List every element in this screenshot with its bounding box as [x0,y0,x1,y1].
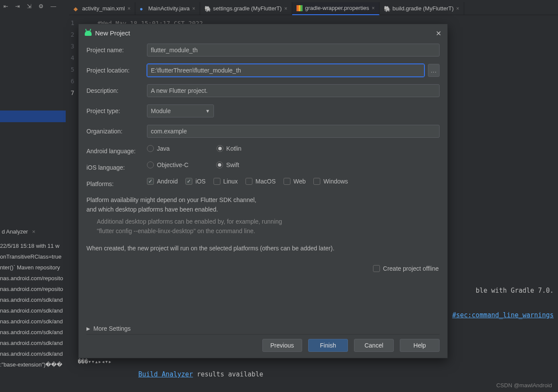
new-project-dialog: New Project ✕ Project name: Project loca… [78,24,448,358]
line-number: 4 [61,52,74,64]
gradle-icon: 🐘 [204,6,210,12]
warning-link[interactable]: #sec:command_line_warnings [452,311,554,319]
platform-linux-checkbox[interactable]: Linux [214,178,238,185]
platform-info: Platform availability might depend on yo… [86,195,440,214]
swift-radio[interactable]: Swift [216,161,239,168]
run-info: When created, the new project will run o… [86,243,440,253]
build-analyzer-panel: d Analyzer × 22/5/18 15:18 with 11 wonTr… [0,224,78,392]
line-number: 2 [61,29,74,41]
platform-web-checkbox[interactable]: Web [284,178,306,185]
gradle-icon: 🐘 [384,6,390,12]
finish-button[interactable]: Finish [308,339,348,352]
toolbar-icon[interactable]: ⇲ [27,3,32,9]
platform-windows-checkbox[interactable]: Windows [313,178,348,185]
log-line: nas.android.com/reposito [0,284,78,294]
kotlin-radio[interactable]: Kotlin [217,145,242,152]
tab-label: gradle-wrapper.properties [305,5,369,11]
log-line: nas.android.com/reposito [0,273,78,284]
java-radio[interactable]: Java [147,145,170,152]
tab-activity-main-xml[interactable]: ◆activity_main.xml× [69,2,135,15]
log-line: nas.android.com/sdk/and [0,327,78,338]
xml-icon: ◆ [73,6,80,12]
line-gutter: 1234567 [61,17,78,99]
organization-input[interactable] [147,125,440,138]
organization-label: Organization: [86,128,147,135]
project-name-input[interactable] [147,44,440,57]
project-type-label: Project type: [86,107,147,114]
tab-label: build.gradle (MyFlutterT) [392,5,454,12]
line-number: 1 [61,17,74,29]
previous-button[interactable]: Previous [262,339,302,352]
platform-ios-checkbox[interactable]: iOS [185,178,205,185]
separator [86,334,440,335]
editor-tabs: ◆activity_main.xml×●MainActivity.java×🐘s… [69,2,558,15]
chevron-down-icon: ▼ [205,108,210,114]
description-input[interactable] [147,84,440,97]
tab-label: settings.gradle (MyFlutterT) [213,5,282,12]
close-icon[interactable]: ✕ [436,29,441,38]
line-number: 6 [61,76,74,87]
close-icon[interactable]: × [372,5,375,11]
browse-button[interactable]: ... [428,64,440,77]
dialog-title: New Project [95,29,130,37]
project-name-label: Project name: [86,47,147,54]
help-button[interactable]: Help [400,339,440,352]
platform-macos-checkbox[interactable]: MacOS [246,178,276,185]
tab-label: MainActivity.java [148,5,190,12]
line-number: 7 [61,87,74,99]
tab-build-gradle-myfluttert-[interactable]: 🐘build.gradle (MyFlutterT)× [379,2,464,15]
log-line: nas.android.com/sdk/and [0,316,78,327]
log-line: nas.android.com/sdk/and [0,305,78,316]
platforms-label: Platforms: [86,180,147,187]
close-icon[interactable]: × [456,6,459,12]
log-line: 22/5/18 15:18 with 11 w [0,240,78,251]
log-line: nter()` Maven repository [0,262,78,273]
cancel-button[interactable]: Cancel [354,339,394,352]
tab-mainactivity-java[interactable]: ●MainActivity.java× [135,2,200,15]
panel-title: d Analyzer [2,228,28,235]
minimize-icon[interactable]: — [51,3,56,9]
description-label: Description: [86,87,147,94]
line-number: 5 [61,64,74,76]
project-location-label: Project location: [86,67,147,74]
close-icon[interactable]: × [192,6,195,12]
tab-gradle-wrapper-properties[interactable]: gradle-wrapper.properties× [292,2,379,15]
platform-android-checkbox[interactable]: Android [147,178,178,185]
android-language-label: Android language: [86,148,147,155]
offline-checkbox[interactable]: Create project offline [373,265,439,272]
select-value: Module [151,107,171,114]
project-type-select[interactable]: Module ▼ [147,104,214,117]
close-icon[interactable]: × [32,228,35,235]
glyph-row: ���▾▾▴▸◂▾▸ [78,358,112,365]
build-analyzer-link[interactable]: Build Analyzer [138,370,193,378]
log-line: :"base-extension")��� [0,359,78,370]
objc-radio[interactable]: Objective-C [147,161,188,168]
close-icon[interactable]: × [128,6,131,12]
output-text: results available [193,370,263,378]
toolbar-icon[interactable]: ⇤ [3,3,8,9]
log-line: nas.android.com/sdk/and [0,348,78,359]
expand-icon: ▶ [86,326,90,332]
close-icon[interactable]: × [284,6,287,12]
log-line: nas.android.com/sdk/and [0,294,78,305]
properties-icon [297,5,303,11]
project-location-input[interactable] [147,64,424,77]
line-number: 3 [61,41,74,52]
more-settings-toggle[interactable]: ▶ More Settings [86,325,131,332]
main-toolbar: ⇤ ⇥ ⇲ ⚙ — [0,0,56,12]
android-icon [85,31,92,36]
platform-info-extra: Additional desktop platforms can be enab… [97,217,440,236]
java-icon: ● [140,6,146,12]
highlighted-line [0,111,66,122]
ios-language-label: iOS language: [86,164,147,171]
watermark: CSDN @mawlAndroid [496,382,552,389]
toolbar-icon[interactable]: ⇥ [15,3,20,9]
log-line: onTransitiveRClass=true [0,251,78,262]
tab-settings-gradle-myfluttert-[interactable]: 🐘settings.gradle (MyFlutterT)× [200,2,292,15]
settings-icon[interactable]: ⚙ [38,3,44,9]
log-line: nas.android.com/sdk/and [0,338,78,348]
tab-label: activity_main.xml [82,5,125,12]
